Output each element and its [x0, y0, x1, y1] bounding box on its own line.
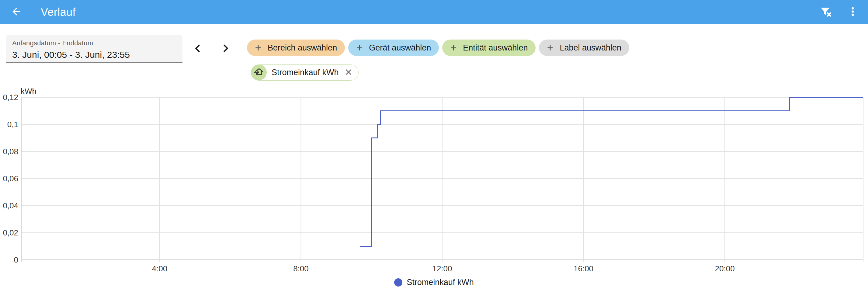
history-chart: 00,020,040,060,080,10,124:008:0012:0016:…: [0, 0, 868, 306]
x-tick-label: 12:00: [432, 264, 452, 273]
x-tick-label: 4:00: [152, 264, 167, 273]
y-tick-label: 0,04: [3, 201, 18, 210]
y-tick-label: 0,02: [3, 228, 18, 237]
x-tick-label: 20:00: [715, 264, 735, 273]
legend-item-stromeinkauf[interactable]: Stromeinkauf kWh: [394, 278, 474, 287]
legend-color-dot: [394, 278, 402, 286]
y-tick-label: 0,08: [3, 147, 18, 156]
y-tick-label: 0: [14, 255, 18, 264]
x-tick-label: 16:00: [574, 264, 593, 273]
y-tick-label: 0,06: [3, 174, 18, 183]
x-tick-label: 8:00: [293, 264, 309, 273]
y-tick-label: 0,1: [7, 120, 18, 129]
chart-legend: Stromeinkauf kWh: [0, 276, 868, 288]
y-axis-unit-label: kWh: [21, 87, 36, 96]
legend-label: Stromeinkauf kWh: [407, 278, 474, 287]
y-tick-label: 0,12: [3, 93, 18, 102]
chart-plot-area[interactable]: [21, 97, 863, 260]
